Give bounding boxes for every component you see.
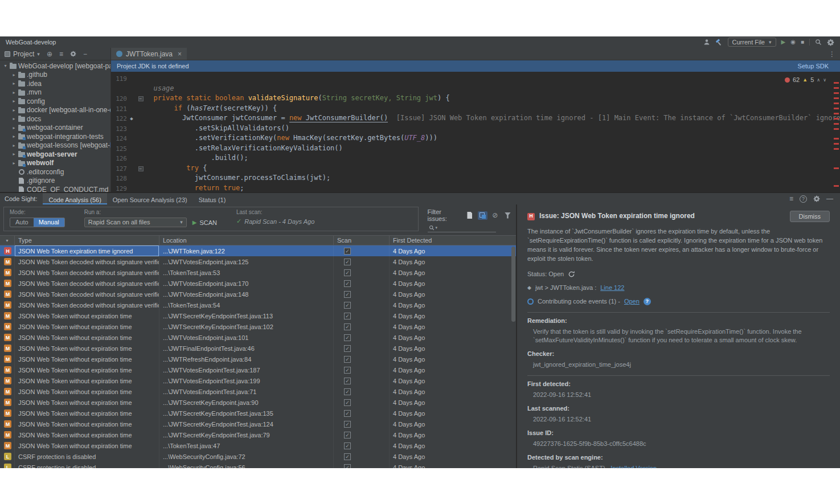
debug-icon[interactable]: ◉	[790, 39, 796, 45]
view-options-icon[interactable]: ≡	[789, 195, 793, 202]
col-header-scan[interactable]: Scan	[334, 236, 390, 245]
issues-scrollbar[interactable]	[511, 247, 516, 468]
tree-settings-gear-icon[interactable]	[70, 51, 76, 57]
scan-checkbox[interactable]: ✓	[344, 280, 351, 287]
error-stripe-mark[interactable]	[834, 128, 839, 130]
run-icon[interactable]: ▶	[781, 39, 786, 45]
line-link[interactable]: Line 122	[600, 284, 624, 293]
error-stripe-mark[interactable]	[834, 118, 839, 120]
issue-row[interactable]: LCSRF protection is disabled...\WebSecur…	[0, 451, 516, 462]
issue-row[interactable]: MJSON Web Token without expiration time.…	[0, 386, 516, 397]
issue-row[interactable]: MJSON Web Token decoded without signatur…	[0, 267, 516, 278]
scan-type-select[interactable]: Rapid Scan on all files ▾	[84, 218, 187, 227]
issue-row[interactable]: MJSON Web Token without expiration time.…	[0, 440, 516, 451]
dismiss-button[interactable]: Dismiss	[790, 211, 830, 222]
mode-manual-option[interactable]: Manual	[34, 218, 64, 227]
codesight-gutter-icon[interactable]: ◆	[130, 116, 133, 121]
error-stripe-mark[interactable]	[834, 82, 839, 84]
search-icon[interactable]	[815, 39, 822, 46]
scan-checkbox[interactable]: ✓	[344, 313, 351, 319]
issue-row[interactable]: HJSON Web Token expiration time ignored.…	[0, 245, 516, 256]
error-stripe-mark[interactable]	[834, 92, 839, 94]
fold-icon[interactable]: −	[138, 166, 144, 171]
code-line[interactable]: 124 .setVerificationKey(new HmacKey(secr…	[111, 133, 840, 144]
issue-row[interactable]: MJSON Web Token without expiration time.…	[0, 332, 516, 343]
scan-checkbox[interactable]: ✓	[344, 453, 351, 460]
locate-file-icon[interactable]: ⊕	[47, 51, 52, 58]
scan-checkbox[interactable]: ✓	[344, 421, 351, 428]
tree-item[interactable]: ▸config	[0, 97, 110, 106]
code-line[interactable]: 123 .setSkipAllValidators()	[111, 124, 840, 134]
scan-button[interactable]: ▶ SCAN	[192, 219, 217, 226]
tree-item[interactable]: ▸docs	[0, 114, 110, 124]
group-issues-icon[interactable]	[478, 211, 487, 220]
exclude-issues-icon[interactable]: ⊘	[490, 211, 500, 220]
error-stripe-mark[interactable]	[834, 108, 839, 109]
error-stripe-mark[interactable]	[834, 113, 839, 114]
error-stripe-mark[interactable]	[834, 123, 839, 125]
issue-row[interactable]: MJSON Web Token without expiration time.…	[0, 408, 516, 419]
issue-row[interactable]: MJSON Web Token without expiration time.…	[0, 354, 516, 364]
error-stripe-mark[interactable]	[834, 148, 839, 150]
fold-icon[interactable]: −	[138, 96, 144, 101]
minimize-panel-icon[interactable]: —	[826, 195, 833, 202]
tree-item[interactable]: ▸docker [webgoat-all-in-one-docker]	[0, 106, 110, 115]
tree-item[interactable]: ▸.github	[0, 71, 110, 80]
bottom-tab[interactable]: Status (1)	[193, 193, 232, 204]
tree-item[interactable]: ▸.idea	[0, 79, 110, 88]
scan-checkbox[interactable]: ✓	[344, 334, 351, 341]
prev-issue-icon[interactable]: ∧	[817, 77, 820, 83]
tree-item[interactable]: ▸webgoat-container	[0, 124, 110, 133]
setup-sdk-link[interactable]: Setup SDK	[798, 63, 829, 69]
code-line[interactable]: 125 .setRelaxVerificationKeyValidation()	[111, 144, 840, 154]
issue-row[interactable]: MJSON Web Token without expiration time.…	[0, 375, 516, 386]
issue-row[interactable]: MJSON Web Token without expiration time.…	[0, 310, 516, 321]
col-header-location[interactable]: Location	[159, 236, 334, 245]
stop-icon[interactable]: ■	[801, 39, 804, 45]
export-report-icon[interactable]	[465, 211, 474, 220]
sort-icon[interactable]: ▼	[0, 236, 15, 245]
error-stripe-mark[interactable]	[834, 87, 839, 89]
tree-item[interactable]: ▸webgoat-server	[0, 150, 110, 159]
error-stripe-mark[interactable]	[834, 97, 839, 99]
scan-checkbox[interactable]: ✓	[344, 399, 351, 406]
scan-checkbox[interactable]: ✓	[344, 269, 351, 276]
scan-checkbox[interactable]: ✓	[344, 378, 351, 384]
issue-row[interactable]: MJSON Web Token without expiration time.…	[0, 429, 516, 440]
issue-row[interactable]: MJSON Web Token decoded without signatur…	[0, 300, 516, 310]
error-stripe-mark[interactable]	[834, 143, 839, 145]
next-issue-icon[interactable]: ∨	[823, 77, 826, 83]
tree-item[interactable]: ▸webwolf	[0, 159, 110, 168]
code-line[interactable]: 121 if (hasText(secretKey)) {	[111, 104, 840, 114]
issue-row[interactable]: MJSON Web Token without expiration time.…	[0, 397, 516, 408]
scan-checkbox[interactable]: ✓	[344, 291, 351, 298]
issue-row[interactable]: MJSON Web Token without expiration time.…	[0, 364, 516, 375]
scan-checkbox[interactable]: ✓	[344, 345, 351, 352]
panel-settings-gear-icon[interactable]	[813, 195, 820, 202]
issue-row[interactable]: MJSON Web Token decoded without signatur…	[0, 289, 516, 300]
issue-row[interactable]: MJSON Web Token without expiration time.…	[0, 321, 516, 332]
col-header-type[interactable]: Type	[15, 236, 159, 245]
scan-checkbox[interactable]: ✓	[344, 388, 351, 395]
issue-row[interactable]: MJSON Web Token without expiration time.…	[0, 419, 516, 429]
close-icon[interactable]: ×	[178, 50, 182, 58]
tree-item[interactable]: ▾WebGoat-develop [webgoat-parent]	[0, 62, 110, 71]
error-stripe-mark[interactable]	[834, 103, 839, 104]
code-line[interactable]: 122◆ JwtConsumer jwtConsumer = new JwtCo…	[111, 113, 840, 124]
issue-row[interactable]: MJSON Web Token decoded without signatur…	[0, 256, 516, 267]
code-line[interactable]: 119	[111, 73, 840, 84]
events-open-link[interactable]: Open	[624, 297, 640, 306]
scan-checkbox[interactable]: ✓	[344, 432, 351, 439]
refresh-icon[interactable]	[568, 271, 575, 278]
tree-item[interactable]: .gitignore	[0, 177, 110, 186]
error-stripe-mark[interactable]	[834, 185, 839, 187]
error-stripe-mark[interactable]	[834, 167, 839, 169]
collapse-all-icon[interactable]: ≡	[59, 51, 63, 58]
scan-checkbox[interactable]: ✓	[344, 323, 351, 330]
mode-auto-option[interactable]: Auto	[10, 218, 34, 227]
issue-row[interactable]: MJSON Web Token without expiration time.…	[0, 343, 516, 354]
inspections-widget[interactable]: 62 ▲ 5 ∧ ∨	[782, 76, 829, 84]
help-icon[interactable]: ?	[800, 195, 807, 203]
scan-checkbox[interactable]: ✓	[344, 259, 351, 265]
tree-item[interactable]: CODE_OF_CONDUCT.md	[0, 185, 110, 192]
